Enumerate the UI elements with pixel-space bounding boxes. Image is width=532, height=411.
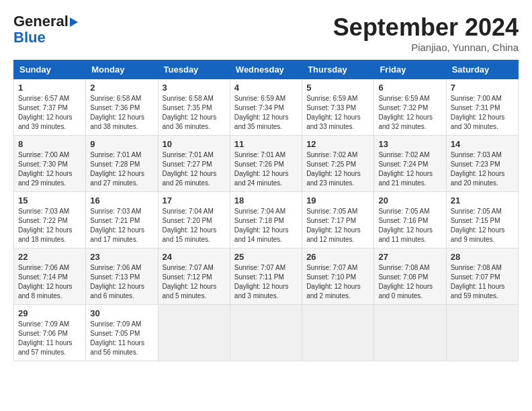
day-info: Sunrise: 6:59 AMSunset: 7:32 PMDaylight:… [378,94,441,132]
col-header-thursday: Thursday [302,60,374,79]
day-number: 18 [234,195,298,205]
calendar-cell: 29Sunrise: 7:09 AMSunset: 7:06 PMDayligh… [14,305,86,361]
calendar-week-row: 8Sunrise: 7:00 AMSunset: 7:30 PMDaylight… [14,136,519,192]
day-number: 16 [90,195,153,205]
day-info: Sunrise: 6:58 AMSunset: 7:36 PMDaylight:… [90,94,153,132]
day-info: Sunrise: 7:00 AMSunset: 7:31 PMDaylight:… [451,94,514,132]
calendar-cell: 6Sunrise: 6:59 AMSunset: 7:32 PMDaylight… [374,79,446,136]
calendar-cell: 5Sunrise: 6:59 AMSunset: 7:33 PMDaylight… [302,79,374,136]
day-number: 8 [18,139,81,149]
day-info: Sunrise: 6:57 AMSunset: 7:37 PMDaylight:… [18,94,81,132]
day-number: 12 [306,139,369,149]
day-number: 21 [451,195,514,205]
day-number: 5 [306,83,369,93]
calendar-cell: 14Sunrise: 7:03 AMSunset: 7:23 PMDayligh… [446,136,518,192]
calendar-cell: 16Sunrise: 7:03 AMSunset: 7:21 PMDayligh… [86,192,158,248]
calendar-cell: 15Sunrise: 7:03 AMSunset: 7:22 PMDayligh… [14,192,86,248]
day-info: Sunrise: 7:04 AMSunset: 7:20 PMDaylight:… [163,207,226,244]
day-info: Sunrise: 7:04 AMSunset: 7:18 PMDaylight:… [234,207,298,244]
col-header-monday: Monday [86,60,158,79]
day-info: Sunrise: 7:00 AMSunset: 7:30 PMDaylight:… [18,150,81,188]
calendar-cell [158,305,230,361]
day-number: 13 [378,139,441,149]
day-number: 23 [90,252,153,262]
day-number: 1 [18,83,81,93]
col-header-wednesday: Wednesday [230,60,302,79]
day-number: 17 [163,195,226,205]
calendar-cell: 26Sunrise: 7:07 AMSunset: 7:10 PMDayligh… [302,248,374,305]
calendar-cell [230,305,302,361]
location-subtitle: Pianjiao, Yunnan, China [333,42,519,53]
month-title: September 2024 [333,13,519,42]
logo-general: General [13,13,69,30]
day-number: 28 [451,252,514,262]
calendar-cell [374,305,446,361]
day-number: 19 [306,195,369,205]
calendar-cell: 25Sunrise: 7:07 AMSunset: 7:11 PMDayligh… [230,248,302,305]
day-number: 4 [234,83,298,93]
calendar-cell: 4Sunrise: 6:59 AMSunset: 7:34 PMDaylight… [230,79,302,136]
day-number: 7 [451,83,514,93]
day-info: Sunrise: 7:05 AMSunset: 7:15 PMDaylight:… [451,207,514,244]
day-info: Sunrise: 7:05 AMSunset: 7:16 PMDaylight:… [378,207,441,244]
col-header-sunday: Sunday [14,60,86,79]
calendar-cell: 20Sunrise: 7:05 AMSunset: 7:16 PMDayligh… [374,192,446,248]
day-number: 20 [378,195,441,205]
col-header-saturday: Saturday [446,60,518,79]
calendar-cell: 8Sunrise: 7:00 AMSunset: 7:30 PMDaylight… [14,136,86,192]
day-info: Sunrise: 7:07 AMSunset: 7:11 PMDaylight:… [234,263,298,301]
col-header-friday: Friday [374,60,446,79]
calendar-cell: 11Sunrise: 7:01 AMSunset: 7:26 PMDayligh… [230,136,302,192]
day-info: Sunrise: 7:03 AMSunset: 7:23 PMDaylight:… [451,150,514,188]
day-number: 10 [163,139,226,149]
calendar-cell: 22Sunrise: 7:06 AMSunset: 7:14 PMDayligh… [14,248,86,305]
day-number: 6 [378,83,441,93]
calendar-cell: 7Sunrise: 7:00 AMSunset: 7:31 PMDaylight… [446,79,518,136]
day-info: Sunrise: 7:05 AMSunset: 7:17 PMDaylight:… [306,207,369,244]
calendar-cell: 23Sunrise: 7:06 AMSunset: 7:13 PMDayligh… [86,248,158,305]
calendar-week-row: 22Sunrise: 7:06 AMSunset: 7:14 PMDayligh… [14,248,519,305]
calendar-cell: 21Sunrise: 7:05 AMSunset: 7:15 PMDayligh… [446,192,518,248]
calendar-cell: 17Sunrise: 7:04 AMSunset: 7:20 PMDayligh… [158,192,230,248]
day-number: 15 [18,195,81,205]
calendar-cell: 12Sunrise: 7:02 AMSunset: 7:25 PMDayligh… [302,136,374,192]
day-info: Sunrise: 7:08 AMSunset: 7:07 PMDaylight:… [451,263,514,301]
calendar-cell: 1Sunrise: 6:57 AMSunset: 7:37 PMDaylight… [14,79,86,136]
day-number: 26 [306,252,369,262]
day-number: 22 [18,252,81,262]
day-info: Sunrise: 7:08 AMSunset: 7:08 PMDaylight:… [378,263,441,301]
calendar-cell: 9Sunrise: 7:01 AMSunset: 7:28 PMDaylight… [86,136,158,192]
calendar-week-row: 1Sunrise: 6:57 AMSunset: 7:37 PMDaylight… [14,79,519,136]
day-info: Sunrise: 6:59 AMSunset: 7:34 PMDaylight:… [234,94,298,132]
day-info: Sunrise: 7:09 AMSunset: 7:05 PMDaylight:… [90,320,153,357]
day-info: Sunrise: 7:03 AMSunset: 7:22 PMDaylight:… [18,207,81,244]
col-header-tuesday: Tuesday [158,60,230,79]
calendar-cell: 19Sunrise: 7:05 AMSunset: 7:17 PMDayligh… [302,192,374,248]
day-info: Sunrise: 7:02 AMSunset: 7:24 PMDaylight:… [378,150,441,188]
calendar-table: SundayMondayTuesdayWednesdayThursdayFrid… [13,60,519,361]
calendar-week-row: 29Sunrise: 7:09 AMSunset: 7:06 PMDayligh… [14,305,519,361]
calendar-cell: 24Sunrise: 7:07 AMSunset: 7:12 PMDayligh… [158,248,230,305]
day-info: Sunrise: 7:01 AMSunset: 7:28 PMDaylight:… [90,150,153,188]
calendar-cell: 28Sunrise: 7:08 AMSunset: 7:07 PMDayligh… [446,248,518,305]
day-info: Sunrise: 7:01 AMSunset: 7:27 PMDaylight:… [163,150,226,188]
day-number: 3 [163,83,226,93]
day-info: Sunrise: 7:09 AMSunset: 7:06 PMDaylight:… [18,320,81,357]
day-number: 9 [90,139,153,149]
day-info: Sunrise: 7:02 AMSunset: 7:25 PMDaylight:… [306,150,369,188]
day-number: 25 [234,252,298,262]
calendar-cell: 10Sunrise: 7:01 AMSunset: 7:27 PMDayligh… [158,136,230,192]
calendar-header-row: SundayMondayTuesdayWednesdayThursdayFrid… [14,60,519,79]
day-number: 14 [451,139,514,149]
day-number: 29 [18,308,81,318]
calendar-cell [302,305,374,361]
calendar-cell: 27Sunrise: 7:08 AMSunset: 7:08 PMDayligh… [374,248,446,305]
logo-arrow-icon [70,17,78,27]
calendar-cell: 18Sunrise: 7:04 AMSunset: 7:18 PMDayligh… [230,192,302,248]
calendar-cell: 30Sunrise: 7:09 AMSunset: 7:05 PMDayligh… [86,305,158,361]
calendar-cell: 13Sunrise: 7:02 AMSunset: 7:24 PMDayligh… [374,136,446,192]
day-number: 24 [163,252,226,262]
day-info: Sunrise: 7:01 AMSunset: 7:26 PMDaylight:… [234,150,298,188]
day-info: Sunrise: 7:06 AMSunset: 7:14 PMDaylight:… [18,263,81,301]
logo-blue: Blue [13,29,46,46]
